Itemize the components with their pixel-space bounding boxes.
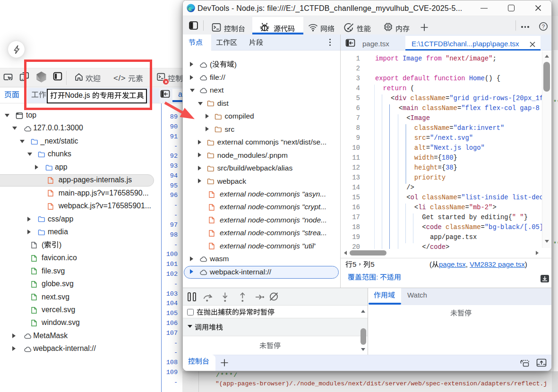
- svg-text:?: ?: [542, 24, 545, 29]
